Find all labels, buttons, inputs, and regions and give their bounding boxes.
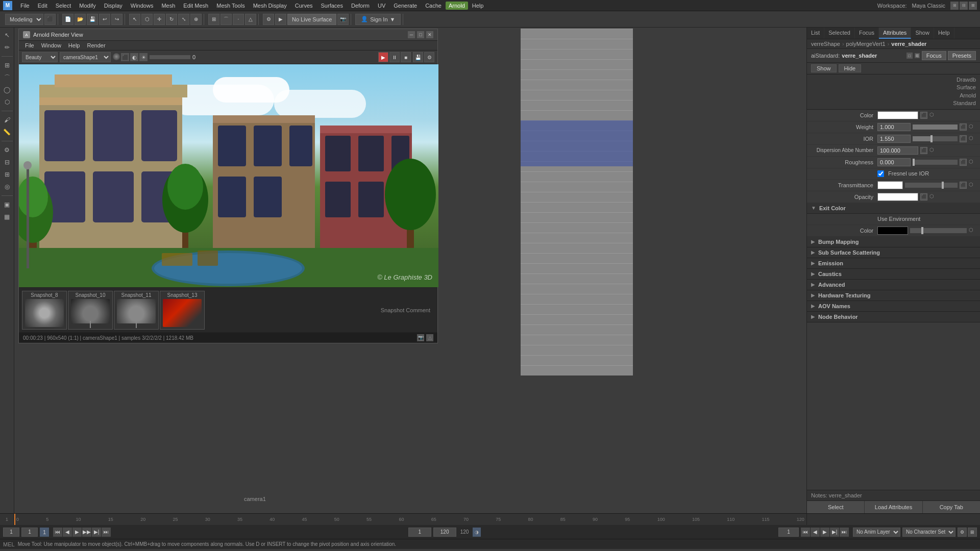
section-advanced[interactable]: ▶ Advanced: [807, 280, 980, 290]
section-node-behavior[interactable]: ▶ Node Behavior: [807, 312, 980, 322]
menu-mesh-tools[interactable]: Mesh Tools: [212, 2, 249, 10]
weight-slider[interactable]: [913, 124, 958, 130]
exit-color-swatch[interactable]: [877, 227, 908, 235]
weight-map-btn[interactable]: ⬛: [960, 123, 967, 131]
menu-generate[interactable]: Generate: [389, 2, 421, 10]
stop-render-btn[interactable]: ■: [401, 52, 411, 62]
presets-btn[interactable]: Presets: [948, 51, 976, 60]
exposure-btn[interactable]: ☀: [139, 53, 148, 61]
range-end-input[interactable]: [433, 528, 456, 537]
grid-tool[interactable]: ⊞: [2, 169, 13, 180]
frame-start-input[interactable]: [21, 528, 38, 537]
prev-frame-btn[interactable]: ◀: [63, 528, 72, 537]
mode-select[interactable]: Modeling: [5, 14, 43, 25]
anim-layer-select[interactable]: No Anim Layer: [853, 528, 900, 537]
settings-icon[interactable]: ⚙: [958, 528, 967, 537]
dispersion-map-btn[interactable]: ⬛: [920, 147, 927, 154]
render-tool2[interactable]: ◎: [2, 181, 13, 192]
r-go-to-start-btn[interactable]: ⏮: [801, 528, 810, 537]
redo-btn[interactable]: ↪: [111, 14, 122, 25]
save-btn[interactable]: 💾: [87, 14, 98, 25]
expand-status-icon[interactable]: △: [426, 334, 433, 341]
char-set-select[interactable]: No Character Set: [902, 528, 955, 537]
roughness-connect-btn[interactable]: ⬡: [969, 159, 976, 166]
settings-render-btn[interactable]: ⚙: [424, 52, 434, 62]
snap-curve-btn[interactable]: ⌒: [220, 14, 232, 25]
close-btn[interactable]: ✕: [426, 31, 433, 38]
copy-tab-btn[interactable]: Copy Tab: [923, 501, 980, 513]
menu-display[interactable]: Display: [100, 2, 127, 10]
menu-surfaces[interactable]: Surfaces: [317, 2, 347, 10]
tab-focus[interactable]: Focus: [855, 28, 879, 39]
arnold-render-menu[interactable]: Render: [84, 42, 108, 49]
transmittance-connect-btn[interactable]: ⬡: [969, 182, 976, 189]
current-frame-input[interactable]: [3, 528, 19, 537]
weight-input[interactable]: [877, 123, 911, 131]
weight-connect-btn[interactable]: ⬡: [969, 123, 976, 131]
section-exit-color[interactable]: ▼ Exit Color: [807, 203, 980, 214]
go-to-end-btn[interactable]: ⏭: [102, 528, 111, 537]
tab-help[interactable]: Help: [934, 28, 954, 39]
next-frame-btn[interactable]: ▶|: [92, 528, 101, 537]
camera-select[interactable]: cameraShape1: [60, 52, 111, 62]
expand-shader-btn[interactable]: □: [906, 53, 913, 59]
snap-point-btn[interactable]: ·: [233, 14, 244, 25]
arnold-window-menu[interactable]: Window: [38, 42, 64, 49]
ior-slider[interactable]: [913, 136, 958, 141]
polygon-tool[interactable]: ⬡: [2, 96, 13, 108]
color-map-btn[interactable]: ⬛: [920, 112, 927, 119]
color-swatch[interactable]: [877, 111, 918, 119]
exit-color-slider[interactable]: [910, 228, 967, 233]
section-caustics[interactable]: ▶ Caustics: [807, 269, 980, 280]
render-settings-btn[interactable]: ⚙: [263, 14, 274, 25]
restore-btn[interactable]: □: [417, 31, 424, 38]
measure-tool[interactable]: 📏: [2, 127, 13, 138]
extra-tool2[interactable]: ▦: [2, 211, 13, 222]
sign-in-btn[interactable]: 👤 Sign In ▼: [355, 14, 401, 25]
breadcrumb-verre-shape[interactable]: verreShape: [811, 41, 840, 47]
roughness-input[interactable]: [877, 158, 911, 166]
ior-connect-btn[interactable]: ⬡: [969, 135, 976, 142]
move-btn[interactable]: ✛: [154, 14, 165, 25]
r-play-btn[interactable]: ▶: [820, 528, 829, 537]
timeline-ruler[interactable]: 0 5 10 15 20 25 30 35 40 45 50 55 60 65 …: [14, 514, 806, 525]
surface-tool[interactable]: ◯: [2, 84, 13, 95]
arnold-file-menu[interactable]: File: [22, 42, 37, 49]
select-tool-btn[interactable]: ↖: [129, 14, 140, 25]
section-sss[interactable]: ▶ Sub Surface Scattering: [807, 247, 980, 258]
show-btn[interactable]: Show: [811, 64, 837, 72]
snap-surface-btn[interactable]: △: [245, 14, 256, 25]
ior-map-btn[interactable]: ⬛: [960, 135, 967, 142]
extra-tool1[interactable]: ▣: [2, 199, 13, 210]
breadcrumb-verre-shader[interactable]: verre_shader: [891, 41, 926, 47]
camera-status-icon[interactable]: 📷: [417, 334, 424, 341]
snapshot-13[interactable]: Snapshot_13: [160, 291, 205, 330]
opacity-swatch[interactable]: [877, 193, 918, 201]
open-btn[interactable]: 📂: [75, 14, 86, 25]
render-btn[interactable]: ▶: [275, 14, 286, 25]
opacity-map-btn[interactable]: ⬛: [920, 193, 927, 201]
snapshot-8[interactable]: Snapshot_8: [22, 291, 67, 330]
select-attr-btn[interactable]: Select: [807, 501, 865, 513]
undo-btn[interactable]: ↩: [99, 14, 110, 25]
opacity-connect-btn[interactable]: ⬡: [929, 193, 937, 201]
section-emission[interactable]: ▶ Emission: [807, 258, 980, 269]
fresnel-checkbox[interactable]: [877, 170, 884, 177]
tab-attributes[interactable]: Attributes: [879, 28, 911, 39]
menu-mesh-display[interactable]: Mesh Display: [249, 2, 291, 10]
universal-btn[interactable]: ⊕: [190, 14, 202, 25]
layout-tool[interactable]: ⊟: [2, 157, 13, 168]
toolbar-icon1[interactable]: ⬛: [44, 14, 56, 25]
camera-btn[interactable]: 📷: [337, 14, 349, 25]
scale-btn[interactable]: ⤡: [178, 14, 189, 25]
menu-edit[interactable]: Edit: [34, 2, 52, 10]
minimize-btn[interactable]: ─: [408, 31, 415, 38]
new-scene-btn[interactable]: 📄: [62, 14, 74, 25]
menu-deform[interactable]: Deform: [347, 2, 374, 10]
tab-selected[interactable]: Selected: [824, 28, 855, 39]
hide-btn[interactable]: Hide: [839, 64, 862, 72]
menu-mesh[interactable]: Mesh: [157, 2, 179, 10]
play-btn[interactable]: ▶: [72, 528, 82, 537]
menu-modify[interactable]: Modify: [75, 2, 100, 10]
snap-grid-btn[interactable]: ⊞: [208, 14, 219, 25]
